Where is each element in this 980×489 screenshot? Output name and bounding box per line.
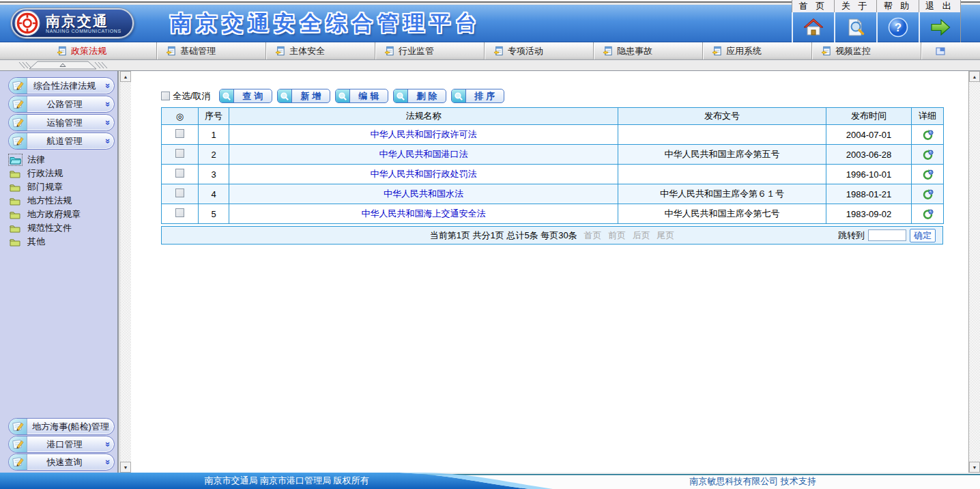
tree-item-administrative-regulations[interactable]: 行政法规: [10, 167, 117, 180]
first-page-link[interactable]: 首页: [583, 230, 601, 240]
sidebar-group-quick-query[interactable]: 快速查询 »: [8, 453, 115, 471]
notepad-pencil-icon: [12, 98, 25, 111]
tab-subject-safety[interactable]: 主体安全: [266, 42, 375, 59]
doc-number: [618, 165, 826, 184]
tab-special-activities[interactable]: 专项活动: [485, 42, 594, 59]
sidebar-tree: 法律 行政法规 部门规章 地方性法规 地方政府规章: [10, 153, 117, 249]
pagination-bar: 当前第1页 共分1页 总计5条 每页30条 首页 前页 后页 尾页 跳转到 确定: [161, 226, 943, 244]
tree-item-local-regulations[interactable]: 地方性法规: [10, 194, 117, 208]
doc-number: 中华人民共和国主席令第五号: [618, 145, 826, 165]
tree-item-normative-documents[interactable]: 规范性文件: [10, 221, 117, 235]
tab-video-monitoring[interactable]: 视频监控: [812, 42, 921, 59]
scroll-up-button[interactable]: ▲: [120, 71, 131, 82]
jump-page-input[interactable]: [868, 229, 906, 241]
tab-application-systems[interactable]: 应用系统: [703, 42, 812, 59]
tab-industry-supervision[interactable]: 行业监管: [375, 42, 485, 59]
content-scrollbar[interactable]: ▲ ▼: [119, 71, 131, 473]
quick-nav: 首 页 关 于 帮 助: [792, 0, 961, 42]
row-index: 4: [199, 184, 229, 204]
row-checkbox[interactable]: [175, 188, 184, 197]
collapse-handle[interactable]: [17, 61, 109, 70]
logo-subtitle: NANJING COMMUNICATIONS: [46, 29, 121, 33]
row-index: 2: [199, 145, 229, 165]
row-checkbox[interactable]: [175, 149, 184, 158]
law-name-link[interactable]: 中华人民共和国海上交通安全法: [362, 208, 486, 219]
select-all-checkbox[interactable]: [161, 92, 170, 100]
law-name-link[interactable]: 中华人民共和国水法: [384, 188, 463, 199]
table-row: 4 中华人民共和国水法 中华人民共和国主席令第６１号 1988-01-21: [162, 184, 944, 204]
sidebar-group-local-maritime-management[interactable]: 地方海事(船检)管理: [8, 418, 115, 435]
window-restore-icon[interactable]: [935, 46, 946, 56]
delete-button[interactable]: 删除: [393, 89, 446, 103]
sidebar: 综合性法律法规 » 公路管理 » 运输管理 » 航道管理 »: [0, 71, 117, 473]
detail-icon[interactable]: [922, 149, 934, 160]
prev-page-link[interactable]: 前页: [608, 230, 626, 240]
last-page-link[interactable]: 尾页: [657, 230, 674, 240]
law-name-link[interactable]: 中华人民共和国港口法: [379, 149, 468, 159]
nav-exit[interactable]: 退 出: [919, 0, 961, 42]
folder-icon: [10, 169, 21, 178]
confirm-button[interactable]: 确定: [910, 229, 936, 242]
detail-icon[interactable]: [922, 188, 934, 200]
doc-number: 中华人民共和国主席令第６１号: [618, 184, 826, 204]
tree-item-laws[interactable]: 法律: [10, 153, 117, 167]
query-button[interactable]: 查询: [219, 89, 272, 103]
svg-text:?: ?: [895, 21, 902, 34]
doc-number-column-header: 发布文号: [618, 108, 826, 125]
open-folder-icon: [10, 155, 21, 165]
nav-about[interactable]: 关 于: [834, 0, 876, 42]
nav-home[interactable]: 首 页: [792, 0, 834, 42]
magnifier-icon: [220, 89, 234, 102]
scroll-down-button[interactable]: ▼: [969, 462, 980, 473]
document-arrow-icon: [712, 46, 722, 56]
law-name-link[interactable]: 中华人民共和国行政处罚法: [371, 169, 477, 179]
magnifier-icon: [336, 89, 350, 102]
folder-icon: [10, 210, 21, 219]
row-checkbox[interactable]: [175, 169, 184, 178]
tab-basic-management[interactable]: 基础管理: [157, 42, 266, 59]
detail-icon[interactable]: [922, 208, 934, 220]
sidebar-group-highway-management[interactable]: 公路管理 »: [8, 96, 115, 113]
tree-item-department-rules[interactable]: 部门规章: [10, 180, 117, 194]
tab-hidden-danger-accidents[interactable]: 隐患事故: [594, 42, 703, 59]
tree-item-local-government-rules[interactable]: 地方政府规章: [10, 208, 117, 221]
document-arrow-icon: [384, 46, 394, 56]
chevron-down-icon: »: [103, 98, 113, 111]
scroll-up-button[interactable]: ▲: [969, 71, 980, 82]
notepad-pencil-icon: [12, 438, 25, 451]
row-index: 3: [199, 165, 229, 184]
sidebar-group-comprehensive-laws[interactable]: 综合性法律法规 »: [8, 77, 115, 94]
sidebar-group-waterway-management[interactable]: 航道管理 »: [8, 132, 115, 150]
chevron-down-icon: »: [103, 80, 113, 92]
detail-icon[interactable]: [922, 129, 934, 141]
select-all-toggle[interactable]: 全选/取消: [161, 90, 211, 102]
row-checkbox[interactable]: [175, 129, 184, 138]
table-row: 2 中华人民共和国港口法 中华人民共和国主席令第五号 2003-06-28: [162, 145, 944, 165]
tab-policy-regulations[interactable]: 政策法规: [48, 42, 157, 59]
logo: 南京交通 NANJING COMMUNICATIONS: [11, 8, 134, 38]
jump-to-label: 跳转到: [838, 229, 865, 242]
home-icon: [802, 16, 825, 38]
edit-button[interactable]: 编辑: [335, 89, 388, 103]
sidebar-group-transport-management[interactable]: 运输管理 »: [8, 114, 115, 131]
help-icon: ?: [887, 16, 910, 38]
index-column-header: 序号: [199, 108, 229, 125]
scroll-down-button[interactable]: ▼: [120, 462, 131, 473]
detail-column-header: 详细: [912, 108, 944, 125]
row-checkbox[interactable]: [175, 208, 184, 217]
nav-help[interactable]: 帮 助 ?: [876, 0, 919, 42]
row-index: 5: [199, 204, 229, 224]
splitter-strip: [0, 60, 980, 71]
add-button[interactable]: 新增: [277, 89, 330, 103]
table-header-row: ◎ 序号 法规名称 发布文号 发布时间 详细: [162, 108, 944, 125]
law-name-link[interactable]: 中华人民共和国行政许可法: [371, 129, 477, 139]
publish-date: 2003-06-28: [826, 145, 912, 165]
window-scrollbar[interactable]: ▲ ▼: [968, 71, 980, 473]
page-title: 南京交通安全综合管理平台: [171, 10, 482, 38]
sidebar-group-port-management[interactable]: 港口管理 »: [8, 436, 115, 453]
detail-icon[interactable]: [922, 169, 934, 180]
chevron-down-icon: »: [103, 456, 113, 469]
sort-button[interactable]: 排序: [451, 89, 504, 103]
next-page-link[interactable]: 后页: [633, 230, 650, 240]
tree-item-other[interactable]: 其他: [10, 235, 117, 249]
